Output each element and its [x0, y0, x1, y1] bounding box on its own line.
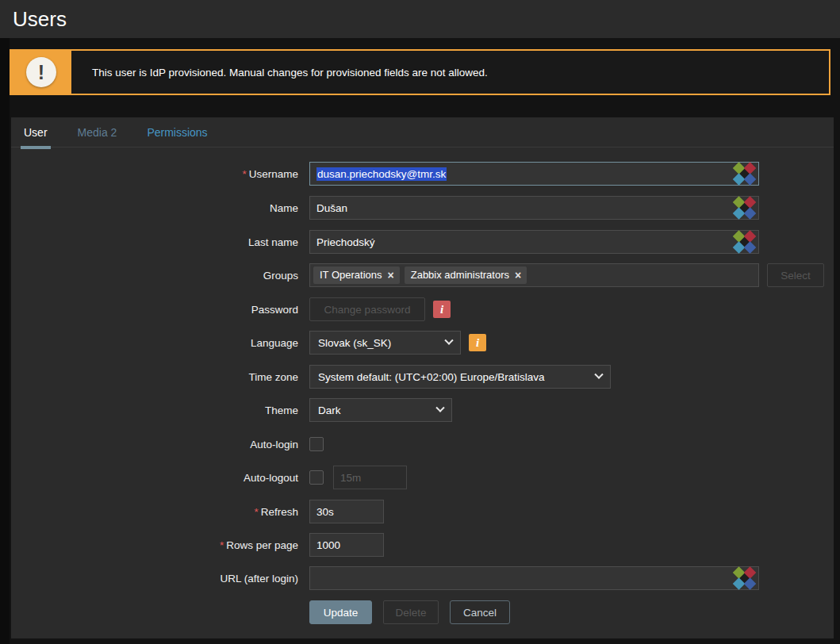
refresh-input[interactable]: 30s [309, 500, 384, 523]
required-asterisk: * [242, 168, 246, 180]
rows-per-page-label: *Rows per page [11, 539, 309, 551]
idp-provisioned-icon [734, 197, 755, 219]
tab-user[interactable]: User [24, 117, 48, 148]
rows-per-page-input[interactable]: 1000 [309, 533, 384, 557]
last-name-label: Last name [11, 236, 309, 248]
sidebar-collapsed-strip [0, 38, 10, 644]
name-label: Name [11, 202, 309, 214]
row-name: Name Dušan [11, 196, 834, 220]
auto-login-checkbox[interactable] [309, 437, 324, 451]
rows-per-page-value: 1000 [316, 539, 340, 551]
groups-label: Groups [11, 270, 309, 282]
language-info-icon[interactable]: i [469, 334, 486, 351]
chevron-down-icon [444, 336, 453, 345]
language-value: Slovak (sk_SK) [318, 337, 391, 349]
url-input[interactable] [309, 566, 759, 590]
language-select[interactable]: Slovak (sk_SK) [309, 331, 461, 355]
auto-logout-label: Auto-logout [11, 472, 309, 484]
idp-provisioned-icon [734, 232, 755, 253]
timezone-select[interactable]: System default: (UTC+02:00) Europe/Brati… [309, 365, 611, 389]
tab-permissions[interactable]: Permissions [147, 117, 207, 148]
row-timezone: Time zone System default: (UTC+02:00) Eu… [11, 365, 834, 389]
tab-media[interactable]: Media 2 [78, 117, 117, 148]
idp-provisioned-icon [734, 163, 755, 185]
name-input[interactable]: Dušan [309, 196, 759, 220]
groups-multiselect[interactable]: IT Operations × Zabbix administrators × [309, 263, 759, 287]
required-asterisk: * [254, 506, 258, 518]
warning-message: This user is IdP provisioned. Manual cha… [71, 67, 488, 79]
auto-logout-input: 15m [333, 466, 407, 489]
url-label: URL (after login) [11, 573, 309, 585]
change-password-button: Change password [309, 297, 425, 321]
groups-select-button: Select [767, 263, 824, 287]
idp-provisioned-icon [734, 568, 755, 589]
last-name-input[interactable]: Priechodský [309, 230, 759, 254]
refresh-value: 30s [316, 506, 334, 518]
row-last-name: Last name Priechodský [11, 230, 834, 254]
auto-login-label: Auto-login [11, 439, 309, 450]
auto-logout-placeholder: 15m [340, 472, 361, 484]
warning-banner: ! This user is IdP provisioned. Manual c… [10, 49, 830, 95]
row-auto-login: Auto-login [11, 432, 834, 456]
auto-logout-checkbox[interactable] [309, 470, 324, 485]
user-form-panel: User Media 2 Permissions *Username dusan… [11, 117, 834, 638]
row-auto-logout: Auto-logout 15m [11, 466, 834, 489]
password-info-icon[interactable]: i [433, 301, 451, 318]
page-title: Users [13, 7, 67, 32]
timezone-value: System default: (UTC+02:00) Europe/Brati… [318, 371, 545, 383]
chevron-down-icon [594, 370, 603, 379]
group-chip: IT Operations × [313, 266, 400, 284]
group-chip-name: Zabbix administrators [411, 269, 509, 281]
language-label: Language [11, 337, 309, 349]
row-username: *Username dusan.priechodsky@tmr.sk [11, 162, 834, 186]
row-url: URL (after login) [11, 566, 834, 590]
delete-button: Delete [383, 600, 439, 624]
theme-label: Theme [11, 404, 309, 416]
row-rows-per-page: *Rows per page 1000 [11, 533, 834, 557]
page-header: Users [0, 0, 840, 38]
exclamation-icon: ! [26, 57, 56, 87]
remove-group-icon[interactable]: × [515, 270, 521, 281]
row-theme: Theme Dark [11, 398, 834, 422]
required-asterisk: * [220, 539, 224, 551]
form-footer: Update Delete Cancel [11, 600, 834, 624]
username-selected-text: dusan.priechodsky@tmr.sk [316, 167, 447, 181]
last-name-value: Priechodský [316, 236, 375, 248]
row-language: Language Slovak (sk_SK) i [11, 331, 834, 355]
theme-select[interactable]: Dark [309, 398, 452, 422]
timezone-label: Time zone [11, 371, 309, 383]
warning-badge: ! [11, 51, 71, 94]
cancel-button[interactable]: Cancel [450, 600, 510, 624]
row-groups: Groups IT Operations × Zabbix administra… [11, 263, 834, 287]
row-password: Password Change password i [11, 297, 834, 321]
theme-value: Dark [318, 404, 341, 416]
tab-bar: User Media 2 Permissions [11, 117, 834, 148]
group-chip-name: IT Operations [320, 269, 382, 281]
username-input[interactable]: dusan.priechodsky@tmr.sk [309, 162, 759, 186]
group-chip: Zabbix administrators × [405, 266, 527, 284]
password-label: Password [11, 304, 309, 316]
row-refresh: *Refresh 30s [11, 500, 834, 523]
remove-group-icon[interactable]: × [388, 270, 394, 281]
refresh-label: *Refresh [11, 506, 309, 518]
username-label: *Username [11, 168, 309, 180]
chevron-down-icon [435, 404, 444, 412]
name-value: Dušan [316, 202, 347, 214]
update-button[interactable]: Update [309, 600, 372, 624]
